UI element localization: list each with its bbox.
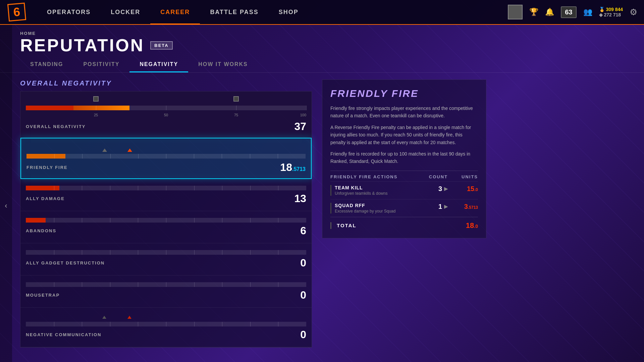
tick-ff-60: [194, 154, 194, 159]
scores-container: 25 50 75 100 OVERALL NEGATIVITY 37: [20, 91, 312, 348]
nav-item-battlepass[interactable]: BATTLE PASS: [200, 0, 268, 24]
ff-col-action-header: FRIENDLY FIRE ACTIONS: [330, 174, 421, 179]
overall-bar-track: [26, 106, 306, 110]
tick-label-50: 50: [164, 113, 168, 117]
ff-table-header: FRIENDLY FIRE ACTIONS COUNT UNITS: [330, 171, 478, 181]
notifications-icon[interactable]: 🔔: [545, 8, 554, 16]
settings-icon[interactable]: ⚙: [630, 7, 637, 17]
nav-logo[interactable]: 6: [7, 2, 27, 22]
nav-item-locker[interactable]: LOCKER: [101, 0, 150, 24]
currency-gold: 🏅 309 844: [599, 7, 623, 12]
currency-display: 🏅 309 844 ◈ 272 718: [599, 7, 623, 17]
ally-bar-fill: [26, 186, 59, 190]
ff-desc-3: Friendly fire is recorded for up to 100 …: [330, 150, 478, 165]
breadcrumb: HOME: [20, 31, 624, 36]
marker-triangle-orange: [127, 148, 132, 152]
tick-ff-40: [138, 154, 139, 159]
marker-triangle-grey: [102, 148, 107, 152]
tick-25: [96, 106, 96, 110]
nav-item-shop[interactable]: SHOP: [269, 0, 309, 24]
right-panel: FRIENDLY FIRE Friendly fire strongly imp…: [312, 79, 486, 346]
ally-bar-label: ALLY DAMAGE: [26, 196, 65, 201]
ff-row-squadrff-name: SQUAD RFF: [335, 203, 395, 208]
back-button[interactable]: ‹: [0, 25, 12, 362]
bar-row-neg-comm[interactable]: NEGATIVE COMMUNICATION 0: [20, 308, 312, 347]
tab-how-it-works[interactable]: HOW IT WORKS: [188, 57, 258, 72]
tick-ff-10: [54, 154, 55, 159]
ff-panel-title: FRIENDLY FIRE: [330, 88, 478, 99]
nav-items: OPERATORS LOCKER CAREER BATTLE PASS SHOP: [37, 0, 508, 24]
currency-silver: ◈ 272 718: [599, 12, 623, 17]
ff-bar-track: [26, 154, 306, 159]
abandons-bar-value: 6: [300, 225, 306, 237]
ff-row-squadrff[interactable]: SQUAD RFF Excessive damage by your Squad…: [330, 199, 478, 217]
ff-bar-value: 18.5713: [280, 161, 306, 174]
neg-comm-bar-track: [26, 322, 306, 326]
tick-50: [166, 106, 166, 110]
ff-row-squadrff-left: SQUAD RFF Excessive damage by your Squad: [330, 203, 421, 214]
nav-item-career[interactable]: CAREER: [150, 0, 200, 24]
tick-ff-50: [166, 154, 166, 159]
abandons-bar-track: [26, 218, 306, 223]
main-content: OVERALL NEGATIVITY: [0, 73, 644, 353]
ff-row-teamkill-left: TEAM KILL Unforgiven teamkills & downs: [330, 185, 421, 196]
section-title: OVERALL NEGATIVITY: [20, 79, 312, 87]
mousetrap-bar-label: MOUSETRAP: [26, 293, 60, 298]
ff-row-teamkill-count: 3 ▶: [421, 185, 448, 193]
gadget-bar-track: [26, 250, 306, 255]
ff-row-border-squadrff: [330, 203, 331, 214]
gadget-bar-value: 0: [300, 257, 306, 269]
tick-ff-70: [222, 154, 222, 159]
arrow-right-squadrff: ▶: [444, 204, 448, 209]
tick-ff-30: [110, 154, 111, 159]
six-logo: 6: [7, 3, 26, 21]
ff-row-teamkill[interactable]: TEAM KILL Unforgiven teamkills & downs 3…: [330, 181, 478, 199]
bar-row-mousetrap[interactable]: MOUSETRAP 0: [20, 276, 312, 308]
tab-positivity[interactable]: POSITIVITY: [73, 57, 129, 72]
nav-item-operators[interactable]: OPERATORS: [37, 0, 101, 24]
bar-row-friendly-fire[interactable]: FRIENDLY FIRE 18.5713: [20, 138, 312, 179]
group-icon[interactable]: 👥: [583, 8, 592, 16]
ff-total-value: 18.0: [466, 221, 478, 230]
ff-row-squadrff-units: 3.5713: [448, 203, 478, 210]
tick-label-75: 75: [234, 113, 238, 117]
tick-label-25: 25: [94, 113, 98, 117]
bar-row-ally-damage[interactable]: ALLY DAMAGE 13: [20, 179, 312, 211]
page-title: REPUTATION: [20, 37, 144, 54]
rank-icon: 🏆: [529, 8, 538, 16]
bar-row-abandons[interactable]: ABANDONS 6: [20, 211, 312, 243]
arrow-right-teamkill: ▶: [444, 186, 448, 191]
neg-comm-bar-label: NEGATIVE COMMUNICATION: [26, 332, 102, 337]
bar-row-overall[interactable]: 25 50 75 100 OVERALL NEGATIVITY 37: [20, 92, 312, 138]
ff-bar-label: FRIENDLY FIRE: [26, 165, 68, 170]
overall-bar-label: OVERALL NEGATIVITY: [26, 124, 86, 129]
ff-total-row: TOTAL 18.0: [330, 217, 478, 230]
gadget-bar-label: ALLY GADGET DESTRUCTION: [26, 260, 105, 265]
tick-ff-80: [250, 154, 250, 159]
bar-row-gadget[interactable]: ALLY GADGET DESTRUCTION 0: [20, 243, 312, 276]
ff-row-teamkill-units: 15.0: [448, 185, 478, 193]
tick-75: [236, 106, 236, 110]
ff-row-squadrff-desc: Excessive damage by your Squad: [335, 209, 395, 214]
mousetrap-bar-track: [26, 282, 306, 287]
ff-bar-fill: [26, 154, 65, 159]
left-panel: OVERALL NEGATIVITY: [20, 79, 312, 346]
avatar[interactable]: [508, 5, 523, 19]
neg-comm-bar-value: 0: [300, 328, 306, 341]
beta-badge: BETA: [150, 41, 172, 50]
neg-comm-marker-orange: [127, 316, 131, 319]
ally-bar-track: [26, 186, 306, 190]
overall-bar-value: 37: [294, 120, 306, 133]
abandons-bar-fill: [26, 218, 46, 223]
abandons-bar-label: ABANDONS: [26, 228, 56, 233]
ff-row-teamkill-desc: Unforgiven teamkills & downs: [335, 191, 387, 196]
ff-row-squadrff-count: 1 ▶: [421, 203, 448, 210]
overall-bar-fill-red: [26, 106, 73, 110]
ff-row-border-teamkill: [330, 185, 331, 196]
tab-negativity[interactable]: NEGATIVITY: [129, 57, 188, 72]
ff-desc-2: A Reverse Friendly Fire penalty can be a…: [330, 124, 478, 146]
tab-standing[interactable]: STANDING: [20, 57, 73, 72]
sub-tabs: STANDING POSITIVITY NEGATIVITY HOW IT WO…: [0, 57, 644, 73]
tick-100: [306, 106, 307, 110]
level-badge: 63: [561, 6, 576, 18]
